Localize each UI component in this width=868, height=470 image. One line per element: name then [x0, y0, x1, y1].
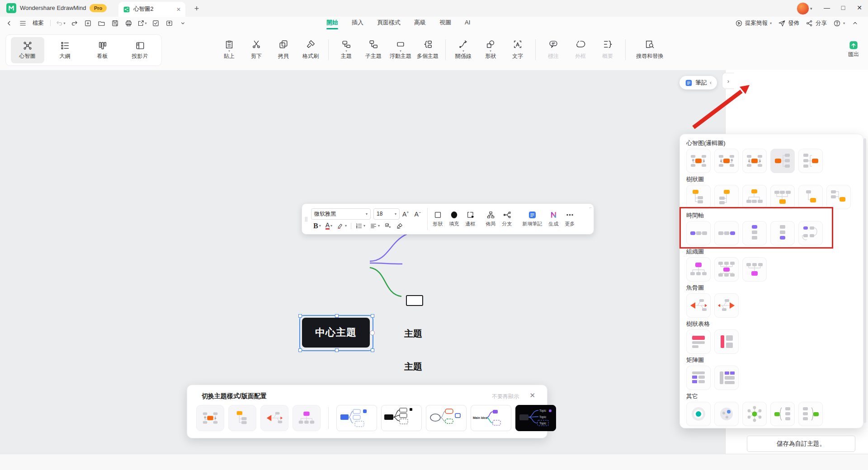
menu-tab-4[interactable]: 高級	[413, 17, 427, 29]
layout-card-fish1[interactable]	[260, 405, 288, 431]
close-button[interactable]: ✕	[853, 4, 866, 11]
topic-2[interactable]: 主題	[404, 361, 422, 373]
layout-thumb-mm2[interactable]	[714, 149, 739, 173]
redo-icon[interactable]	[69, 18, 80, 28]
layout-thumb-tt2[interactable]	[714, 329, 739, 354]
collapse-up-icon[interactable]	[851, 19, 859, 27]
layout-thumb-tree2[interactable]	[714, 185, 739, 209]
layout-thumb-mm3[interactable]	[742, 149, 767, 173]
close-popup-icon[interactable]: ✕	[529, 391, 535, 400]
layout-thumb-fish2[interactable]	[714, 293, 739, 318]
view-心智圖[interactable]: 心智圖	[11, 37, 44, 63]
layout-thumb-tree6[interactable]	[826, 185, 851, 209]
export-box-icon[interactable]: ▾	[137, 18, 147, 28]
layout-thumb-mm1[interactable]	[686, 149, 711, 173]
hamburger-icon[interactable]	[17, 18, 28, 28]
undo-icon[interactable]: ▾	[55, 18, 66, 28]
relation-line-button[interactable]: ▾關係線	[450, 33, 476, 66]
shape-button[interactable]: ▾形狀	[477, 33, 504, 66]
panel-scrollbar[interactable]	[863, 138, 866, 423]
collapse-handle[interactable]	[370, 330, 375, 335]
layout-thumb-ot3[interactable]	[742, 402, 767, 426]
search-replace-button[interactable]: 搜尋和替換	[630, 33, 669, 66]
layout-card-mm1[interactable]	[196, 405, 224, 431]
print-icon[interactable]	[123, 18, 134, 28]
subtopic-button[interactable]: 子主題	[360, 33, 387, 66]
layout-thumb-fish1[interactable]	[686, 293, 711, 318]
topic-button[interactable]: ▾主題	[333, 33, 359, 66]
layout-thumb-org2[interactable]	[714, 257, 739, 282]
menu-tab-3[interactable]: 頁面樣式	[376, 17, 401, 29]
open-folder-icon[interactable]	[96, 18, 107, 28]
layout-thumb-mx1[interactable]	[686, 366, 711, 390]
hidden-topic-box[interactable]	[406, 295, 423, 306]
new-tab-button[interactable]: +	[192, 4, 202, 14]
theme-card-purple[interactable]: Main Idea	[471, 405, 511, 431]
layout-thumb-ot2[interactable]	[714, 402, 739, 426]
highlight-button[interactable]: ▾	[335, 222, 349, 230]
floating-topic-button[interactable]: ▾浮動主題	[387, 33, 414, 66]
layout-thumb-ot4[interactable]	[770, 402, 795, 426]
layout-thumb-tree4[interactable]	[770, 185, 795, 209]
task-button[interactable]	[382, 222, 394, 230]
layout-thumb-org3[interactable]	[742, 257, 767, 282]
chevron-down-icon[interactable]	[177, 18, 188, 28]
user-avatar[interactable]	[797, 2, 809, 15]
clear-format-button[interactable]	[394, 222, 406, 230]
cut-button[interactable]: 剪下	[243, 33, 269, 66]
copy-button[interactable]: 拷貝	[270, 33, 297, 66]
layout-card-tree1[interactable]	[228, 405, 256, 431]
layout-thumb-mm4[interactable]	[770, 149, 795, 173]
text-button[interactable]: 文字	[505, 33, 531, 66]
menu-tab-1[interactable]: 開始	[326, 17, 339, 29]
minimize-button[interactable]: —	[820, 4, 834, 11]
font-color-button[interactable]: A▾	[323, 222, 335, 230]
font-family-select[interactable]: 微软雅黑▾	[311, 208, 371, 220]
dont-show-again-button[interactable]: 不要再顯示	[492, 393, 519, 400]
ai-n-logo-button[interactable]: 生成	[545, 211, 561, 227]
maximize-button[interactable]: □	[836, 4, 850, 11]
multi-topic-button[interactable]: 多個主題	[415, 33, 441, 66]
layout-thumb-org1[interactable]	[686, 257, 711, 282]
layout-mini-button[interactable]: 佈局	[482, 211, 499, 227]
layout-thumb-tt1[interactable]	[686, 329, 711, 354]
layout-thumb-tree1[interactable]	[686, 185, 711, 209]
theme-card-black[interactable]	[381, 405, 422, 431]
align-button[interactable]: ▾	[368, 222, 382, 230]
font-shrink-button[interactable]: A−	[412, 210, 424, 218]
save-icon[interactable]	[109, 18, 120, 28]
theme-card-blue[interactable]	[336, 405, 377, 431]
font-size-select[interactable]: 18▾	[373, 208, 400, 220]
file-menu-button[interactable]: 檔案	[31, 19, 46, 27]
view-投影片[interactable]: 投影片	[123, 37, 157, 63]
layout-card-org1[interactable]	[292, 405, 321, 431]
import-check-icon[interactable]	[150, 18, 161, 28]
theme-card-dark[interactable]: TopicTopicTopic	[515, 405, 556, 431]
fill-circle-button[interactable]: 填充	[446, 211, 462, 227]
note-blue-button[interactable]: 新增筆記	[519, 211, 545, 227]
layout-thumb-tree3[interactable]	[742, 185, 767, 209]
note-floating-button[interactable]: 筆記 ‹	[679, 76, 717, 89]
help-circle-icon[interactable]: ▾	[833, 19, 845, 27]
view-看板[interactable]: 看板	[86, 37, 119, 63]
topic-1[interactable]: 主題	[404, 328, 422, 340]
chevron-left-icon[interactable]	[4, 18, 14, 28]
bold-button[interactable]: B▾	[311, 222, 323, 230]
menu-tab-2[interactable]: 插入	[351, 17, 364, 29]
branch-mini-button[interactable]: 分支	[499, 211, 515, 227]
panel-collapse-button[interactable]: ›	[722, 73, 734, 89]
menu-action-1[interactable]: 提案簡報▾	[735, 19, 772, 27]
view-大綱[interactable]: 大綱	[48, 37, 82, 63]
font-grow-button[interactable]: A+	[400, 210, 412, 218]
central-topic[interactable]: 中心主題	[302, 318, 370, 348]
more-dots-button[interactable]: 更多	[561, 211, 578, 227]
new-doc-icon[interactable]	[82, 18, 93, 28]
menu-action-3[interactable]: 分享	[806, 19, 827, 27]
document-tab[interactable]: 心智圖2 ✕	[118, 2, 185, 17]
avatar-caret-icon[interactable]: ▾	[810, 6, 812, 11]
export-button[interactable]: 匯出	[842, 33, 865, 66]
shape-outline-button[interactable]: 形狀	[429, 211, 446, 227]
menu-action-2[interactable]: 發佈	[778, 19, 799, 27]
layout-thumb-tree5[interactable]	[798, 185, 823, 209]
border-frame-button[interactable]: 邊框	[462, 211, 478, 227]
